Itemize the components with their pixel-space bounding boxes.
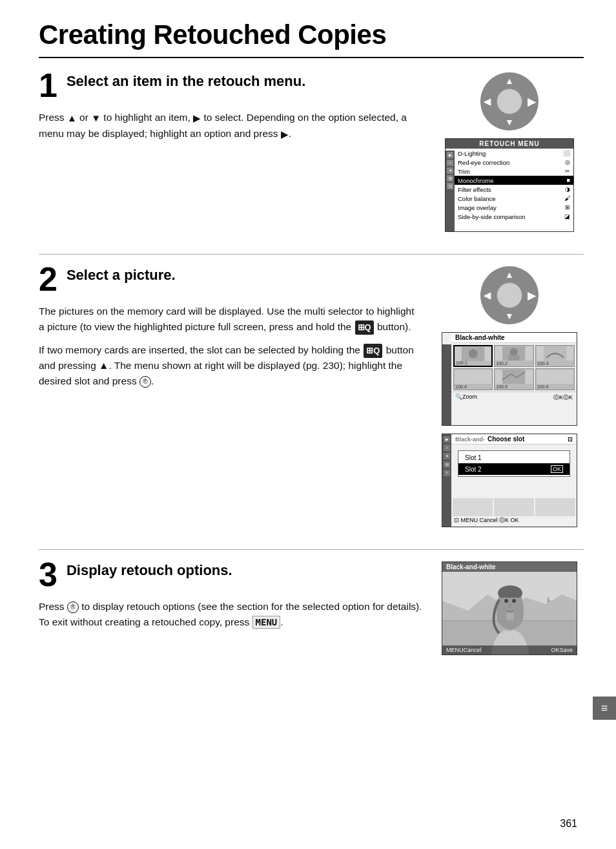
down2-arrow-icon: ▼ <box>505 311 514 321</box>
thumb-100-6: 100-6 <box>535 368 575 390</box>
menu-button-label: MENU <box>252 616 281 629</box>
step2-body2: If two memory cards are inserted, the sl… <box>39 342 422 389</box>
menu-items-list: D-Lighting⬜ Red-eye correction◎ Trim✂ Mo… <box>455 149 573 221</box>
thumb-100-3: 100-3 <box>535 345 575 367</box>
menu-sidebar: ▶ • ✦ ⊞ ⊡ <box>446 151 455 231</box>
slot-2: Slot 2 OK <box>458 463 570 475</box>
arrow-right2-icon: ▶ <box>281 127 289 142</box>
down-arrow-icon: ▼ <box>505 117 514 127</box>
left2-arrow-icon: ◀ <box>484 290 491 300</box>
divider-1 <box>39 254 584 255</box>
step1-heading: Select an item in the retouch menu. <box>67 73 305 89</box>
menu-item-trim: Trim✂ <box>455 167 573 176</box>
grid-row1: 100-1 100-2 100-3 <box>451 343 577 368</box>
index-icon: ≡ <box>601 702 608 715</box>
slot-1: Slot 1 <box>458 452 570 463</box>
left-arrow-icon: ◀ <box>484 96 491 107</box>
multiselector-wheel: ▲ ▼ ◀ ▶ <box>480 72 539 131</box>
slot-overlay: Slot 1 Slot 2 OK <box>458 450 570 477</box>
step1-body: Press ▲ or ▼ to highlight an item, ▶ to … <box>39 110 422 142</box>
svg-point-18 <box>512 599 516 603</box>
photo-screen-title: Black-and-white <box>442 562 577 572</box>
sidebar-icon-5: ⊡ <box>447 183 453 189</box>
thumb-100-2: 100-2 <box>494 345 533 367</box>
svg-point-1 <box>469 350 478 359</box>
sidebar-icon-4: ⊞ <box>447 175 453 182</box>
menu-item-imageoverlay: Image overlay⊞ <box>455 203 573 212</box>
slot-bg-thumbs <box>451 498 577 516</box>
page-title: Creating Retouched Copies <box>39 19 584 58</box>
step3-heading: Display retouch options. <box>67 562 232 578</box>
up2-arrow-icon: ▲ <box>505 269 514 280</box>
svg-rect-16 <box>506 613 514 620</box>
arrow-up-icon: ▲ <box>67 110 77 125</box>
step2-number: 2 <box>39 266 57 296</box>
bw-grid-footer: 🔍Zoom ⓄKⓄK <box>451 392 577 403</box>
cs-sidebar: ▶ • ✦ ⊞ ? <box>442 434 451 527</box>
bw-grid-screen: Black-and-white ⊡ 100-1 <box>442 332 577 426</box>
sidebar-icon-1: ▶ <box>447 152 453 158</box>
svg-point-17 <box>504 599 508 603</box>
svg-point-3 <box>510 348 518 356</box>
arrow-right-icon: ▶ <box>193 110 201 125</box>
bw-sidebar <box>442 344 451 425</box>
right-arrow-icon: ▶ <box>528 96 535 108</box>
choose-slot-screen: ▶ • ✦ ⊞ ? Black-and- Choose slot <box>442 434 577 527</box>
thumb-100-4: 100-4 <box>453 368 493 390</box>
right2-arrow-icon: ▶ <box>528 289 535 302</box>
up-arrow-icon: ▲ <box>505 76 514 86</box>
arrow-down-icon: ▼ <box>91 110 101 125</box>
sidebar-icon-3: ✦ <box>447 167 453 174</box>
menu-item-redeye: Red-eye correction◎ <box>455 158 573 167</box>
slot-footer: ⊡ MENU Cancel ⓄK OK <box>454 516 577 525</box>
menu-item-monochrome: Monochrome■ <box>455 176 573 185</box>
photo-preview-screen: Black-and-white <box>442 561 577 655</box>
step1-number: 1 <box>39 72 57 102</box>
bw-grid-title: Black-and-white <box>451 333 577 343</box>
page-number: 361 <box>560 818 577 830</box>
thumb-100-5: 100-5 <box>494 368 533 390</box>
menu-item-filter: Filter effects◑ <box>455 185 573 194</box>
footer-save: OKSave <box>551 647 573 653</box>
portrait-illustration <box>442 562 577 655</box>
menu-item-colorbalance: Color balance🖌 <box>455 194 573 203</box>
retouch-menu-title: RETOUCH MENU <box>446 139 573 149</box>
thumb-100-1: 100-1 <box>453 345 493 367</box>
retouch-menu-screen: RETOUCH MENU ▶ • ✦ ⊞ ⊡ D-Lighting⬜ Red-e <box>445 138 574 232</box>
choose-slot-header: Black-and- Choose slot ⊡ <box>451 434 577 445</box>
ok-circle-icon: ® <box>139 376 151 388</box>
step3-number: 3 <box>39 561 57 591</box>
svg-rect-4 <box>508 355 520 361</box>
ok-circle2-icon: ® <box>67 602 79 613</box>
sidebar-icon-2: • <box>447 160 453 166</box>
step3-body: Press ® to display retouch options (see … <box>39 599 422 630</box>
divider-2 <box>39 549 584 550</box>
grid-row2: 100-4 100-5 100-6 <box>451 368 577 392</box>
multiselector-wheel-2: ▲ ▼ ◀ ▶ <box>480 266 539 324</box>
step2-body1: The pictures on the memory card will be … <box>39 304 422 335</box>
zoom-button2-icon: ⊞Q <box>364 344 382 358</box>
step2-heading: Select a picture. <box>67 267 176 283</box>
menu-item-dlighting: D-Lighting⬜ <box>455 149 573 158</box>
svg-rect-6 <box>502 370 525 384</box>
footer-cancel: MENUCancel <box>446 647 482 653</box>
zoom-button-icon: ⊞Q <box>355 320 374 335</box>
photo-screen-footer: MENUCancel OKSave <box>442 645 577 655</box>
menu-item-sidebyside: Side-by-side comparison◪ <box>455 212 573 221</box>
index-tab[interactable]: ≡ <box>593 697 616 720</box>
